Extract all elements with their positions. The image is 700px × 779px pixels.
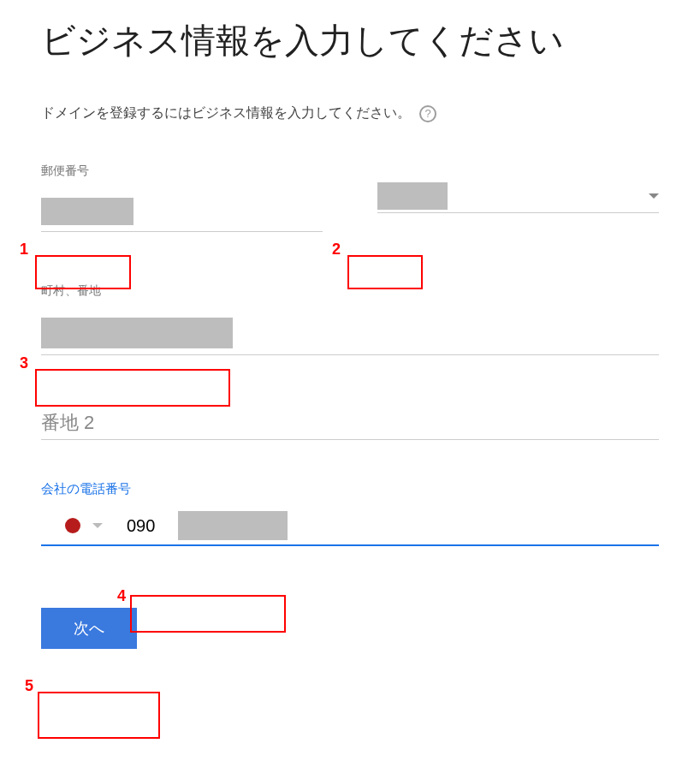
subtitle-row: ドメインを登録するにはビジネス情報を入力してください。 ?: [41, 104, 659, 122]
address2-input[interactable]: [41, 407, 659, 440]
next-button[interactable]: 次へ: [41, 608, 137, 649]
postal-code-label: 郵便番号: [41, 164, 323, 179]
subtitle-text: ドメインを登録するにはビジネス情報を入力してください。: [41, 104, 411, 122]
town-address-input[interactable]: [41, 318, 659, 355]
prefecture-field: [377, 164, 659, 232]
redaction-block: [377, 182, 448, 210]
redaction-block: [41, 318, 233, 348]
help-icon[interactable]: ?: [419, 105, 436, 122]
prefecture-select[interactable]: [377, 182, 659, 213]
annotation-number: 3: [20, 354, 28, 372]
address2-field: [41, 407, 659, 440]
annotation-box: [38, 692, 160, 739]
flag-japan-icon: [65, 518, 80, 533]
town-address-label: 町村、番地: [41, 283, 659, 299]
phone-field: 会社の電話番号: [41, 481, 659, 546]
annotation-number: 4: [117, 587, 126, 605]
postal-code-field: 郵便番号: [41, 164, 323, 232]
town-address-field: 町村、番地: [41, 283, 659, 355]
chevron-down-icon: [649, 193, 659, 199]
annotation-number: 1: [20, 241, 28, 259]
annotation-box: [130, 595, 286, 633]
annotation-box: [35, 369, 230, 407]
phone-label: 会社の電話番号: [41, 481, 659, 497]
redaction-block: [178, 511, 288, 540]
page-title: ビジネス情報を入力してください: [41, 17, 659, 63]
postal-code-input[interactable]: [41, 198, 323, 232]
chevron-down-icon[interactable]: [92, 523, 103, 528]
annotation-number: 5: [25, 677, 33, 695]
redaction-block: [41, 198, 133, 225]
phone-input[interactable]: [127, 516, 178, 536]
